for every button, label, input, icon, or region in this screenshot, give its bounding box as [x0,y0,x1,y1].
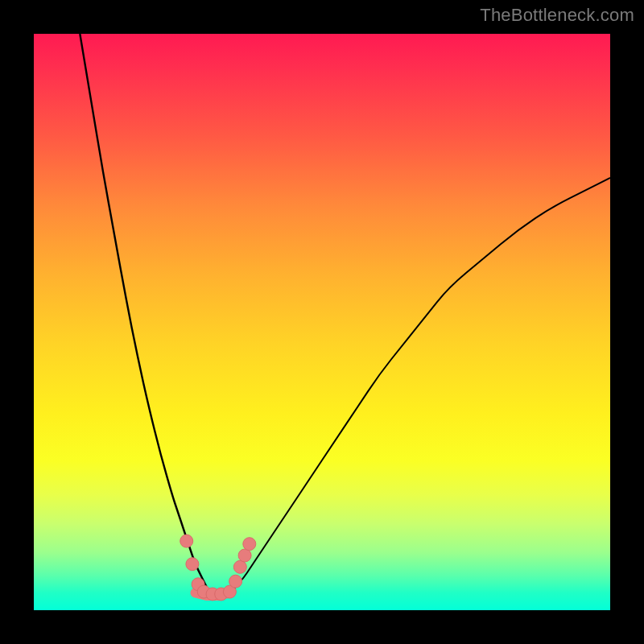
data-marker [243,538,256,551]
curve-right-branch [229,178,610,593]
chart-plot-area [34,34,610,610]
data-marker [180,535,193,547]
bottleneck-curve [34,34,610,610]
curve-left-branch [80,34,206,587]
watermark-label: TheBottleneck.com [480,5,634,26]
chart-frame: TheBottleneck.com [0,0,644,644]
data-marker [233,560,246,573]
data-marker [186,558,199,571]
data-marker [238,549,251,562]
data-marker [229,575,242,588]
